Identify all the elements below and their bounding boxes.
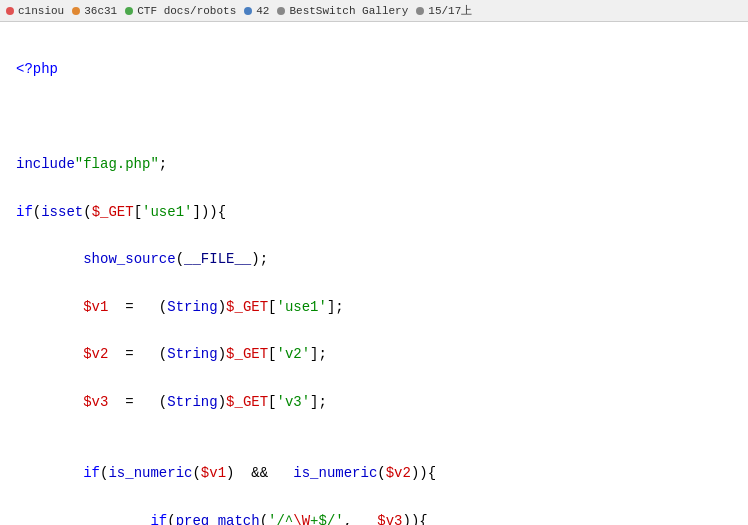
tab-label: 15/17上 — [428, 3, 472, 18]
tab-label: 42 — [256, 5, 269, 17]
code-line-1: <?php — [16, 58, 732, 82]
tab-label: 36c31 — [84, 5, 117, 17]
code-line-8: $v2 = (String)$_GET['v2']; — [16, 343, 732, 367]
tab-dot — [125, 7, 133, 15]
top-bar: c1nsiou 36c31 CTF docs/robots 42 BestSwi… — [0, 0, 748, 22]
code-line-7: $v1 = (String)$_GET['use1']; — [16, 296, 732, 320]
tab-dot — [72, 7, 80, 15]
code-line-12: if(preg_match('/^\W+$/', $v3)){ — [16, 510, 732, 525]
tab-42[interactable]: 42 — [244, 5, 269, 17]
code-line-11: if(is_numeric($v1) && is_numeric($v2)){ — [16, 462, 732, 486]
code-line-6: show_source(__FILE__); — [16, 248, 732, 272]
code-line-9: $v3 = (String)$_GET['v3']; — [16, 391, 732, 415]
tab-36c31[interactable]: 36c31 — [72, 5, 117, 17]
code-line-4: include"flag.php"; — [16, 153, 732, 177]
tab-ctf-docs[interactable]: CTF docs/robots — [125, 5, 236, 17]
code-line-5: if(isset($_GET['use1'])){ — [16, 201, 732, 225]
tab-label: BestSwitch Gallery — [289, 5, 408, 17]
tab-c1nsiou[interactable]: c1nsiou — [6, 5, 64, 17]
tab-dot — [244, 7, 252, 15]
tab-dot — [277, 7, 285, 15]
tab-bestswitch[interactable]: BestSwitch Gallery — [277, 5, 408, 17]
code-block: <?php include"flag.php"; if(isset($_GET[… — [0, 22, 748, 525]
tab-1517[interactable]: 15/17上 — [416, 3, 472, 18]
tab-label: c1nsiou — [18, 5, 64, 17]
tab-dot — [416, 7, 424, 15]
tab-label: CTF docs/robots — [137, 5, 236, 17]
tab-dot — [6, 7, 14, 15]
